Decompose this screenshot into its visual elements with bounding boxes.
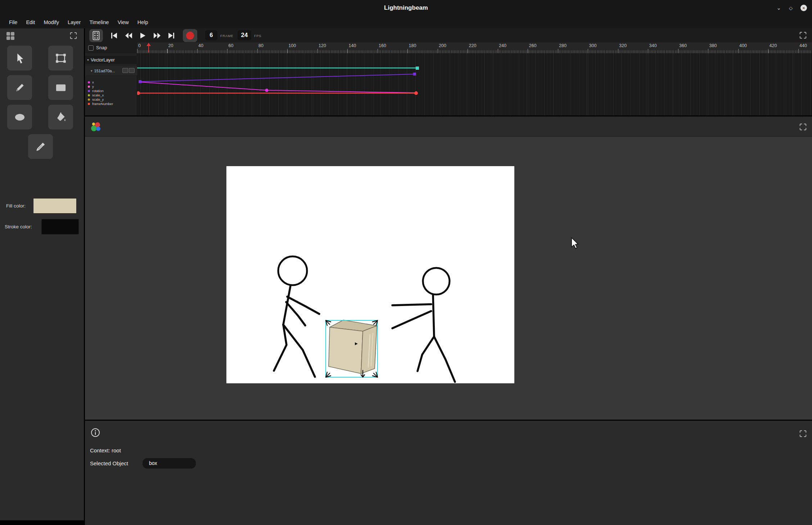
curve-purple xyxy=(140,74,415,82)
keyframe-point[interactable] xyxy=(139,80,141,83)
animation-stage[interactable] xyxy=(226,166,514,383)
playhead-line[interactable] xyxy=(148,46,149,52)
chevron-down-icon[interactable]: ▾ xyxy=(91,69,93,73)
stick-figure-right[interactable] xyxy=(392,268,455,382)
timeline-ruler[interactable]: 0 20 40 60 80 100 120 140 160 180 200 22… xyxy=(137,42,812,53)
keyframe-point[interactable] xyxy=(416,67,419,70)
sublayer-name: 151ad70a... xyxy=(94,69,115,73)
eyedropper-icon xyxy=(35,141,46,152)
property-row-scale-x[interactable]: scale_x xyxy=(85,93,137,97)
titlebar: Lightningbeam ⌄ ◇ ✕ xyxy=(0,0,812,16)
tool-panel-expand-button[interactable] xyxy=(68,31,78,41)
menu-item-edit[interactable]: Edit xyxy=(24,18,37,26)
frame-caption: FRAME xyxy=(220,34,233,38)
property-label: y xyxy=(92,85,94,89)
property-row-frame-number[interactable]: frameNumber xyxy=(85,102,137,106)
ruler-label: 300 xyxy=(589,43,597,48)
context-label: Context: root xyxy=(90,447,121,453)
property-color-dot xyxy=(88,103,90,105)
panel-grid-button[interactable] xyxy=(4,29,17,43)
window-close-icon[interactable]: ✕ xyxy=(800,5,807,11)
tool-paint-bucket-button[interactable] xyxy=(48,105,73,129)
menu-item-view[interactable]: View xyxy=(116,18,131,26)
skip-start-button[interactable] xyxy=(108,29,121,42)
property-label: x xyxy=(92,80,94,85)
info-button[interactable] xyxy=(89,426,102,439)
play-button[interactable] xyxy=(136,29,149,42)
record-icon xyxy=(186,32,194,40)
stroke-color-swatch[interactable] xyxy=(41,219,79,234)
tool-eyedropper-button[interactable] xyxy=(28,134,53,159)
rewind-button[interactable] xyxy=(122,29,135,42)
ellipse-icon xyxy=(14,112,26,123)
inspector-expand-button[interactable] xyxy=(798,429,808,439)
window-minimize-icon[interactable]: ⌄ xyxy=(776,6,781,10)
ruler-label: 120 xyxy=(319,43,326,48)
selected-object-select[interactable]: box xyxy=(143,458,196,469)
sublayer-toggle-b-button[interactable] xyxy=(129,68,135,73)
property-row-y[interactable]: y xyxy=(85,85,137,89)
skip-start-icon xyxy=(110,32,118,39)
tool-ellipse-button[interactable] xyxy=(7,105,32,129)
window-maximize-icon[interactable]: ◇ xyxy=(789,5,793,11)
timeline-expand-button[interactable] xyxy=(798,30,808,40)
fill-color-label: Fill color: xyxy=(6,203,26,209)
fast-forward-icon xyxy=(153,32,161,39)
keyframe-point[interactable] xyxy=(137,91,140,95)
transform-icon xyxy=(55,52,67,64)
keyframe-point[interactable] xyxy=(413,73,416,76)
tool-transform-button[interactable] xyxy=(48,46,73,70)
snap-label: Snap xyxy=(96,45,107,50)
box-object[interactable] xyxy=(329,320,377,374)
info-icon xyxy=(91,428,100,437)
canvas-expand-button[interactable] xyxy=(798,122,808,132)
property-color-dot xyxy=(88,90,90,92)
expand-icon xyxy=(799,31,807,39)
pencil-icon xyxy=(14,82,26,93)
skip-end-button[interactable] xyxy=(165,29,178,42)
menu-item-timeline[interactable]: Timeline xyxy=(87,18,111,26)
ruler-label: 320 xyxy=(619,43,627,48)
ruler-label: 220 xyxy=(469,43,477,48)
ruler-label: 400 xyxy=(739,43,747,48)
keyframe-point[interactable] xyxy=(265,89,269,92)
tool-rectangle-button[interactable] xyxy=(48,75,73,100)
tool-pencil-button[interactable] xyxy=(7,75,32,100)
property-label: rotation xyxy=(92,89,104,93)
playhead-marker[interactable] xyxy=(146,43,151,46)
curve-magenta xyxy=(140,82,416,93)
canvas-panel xyxy=(85,117,812,420)
play-icon xyxy=(139,32,146,39)
tool-select-button[interactable] xyxy=(7,46,32,70)
chevron-down-icon[interactable]: ▾ xyxy=(87,58,89,62)
fast-forward-button[interactable] xyxy=(150,29,163,42)
snap-checkbox[interactable] xyxy=(88,45,94,51)
sublayer-toggle-a-button[interactable] xyxy=(122,68,128,73)
animation-curves xyxy=(137,53,812,115)
menu-item-help[interactable]: Help xyxy=(135,18,150,26)
property-row-scale-y[interactable]: scale_y xyxy=(85,97,137,102)
ruler-label: 160 xyxy=(379,43,386,48)
frame-number-field[interactable]: 6 xyxy=(205,30,217,40)
property-row-x[interactable]: x xyxy=(85,80,137,85)
menu-item-modify[interactable]: Modify xyxy=(41,18,61,26)
menu-item-file[interactable]: File xyxy=(7,18,19,26)
fill-color-swatch[interactable] xyxy=(33,198,77,214)
film-strip-button[interactable] xyxy=(89,29,103,42)
expand-icon xyxy=(799,430,807,438)
stick-figure-left[interactable] xyxy=(274,256,319,377)
keyframe-point[interactable] xyxy=(414,91,418,95)
record-button[interactable] xyxy=(183,29,197,42)
property-color-dot xyxy=(88,94,90,96)
menu-item-layer[interactable]: Layer xyxy=(66,18,83,26)
ruler-label: 440 xyxy=(799,43,807,48)
property-row-rotation[interactable]: rotation xyxy=(85,89,137,93)
stroke-color-label: Stroke color: xyxy=(5,224,32,229)
property-label: frameNumber xyxy=(92,102,113,106)
ruler-label: 0 xyxy=(138,43,141,48)
fps-field[interactable]: 24 xyxy=(238,30,251,40)
timeline-panel: 6 FRAME 24 FPS Snap 0 20 40 60 80 100 12… xyxy=(85,28,812,115)
expand-icon xyxy=(69,32,77,40)
layer-row-vectorlayer[interactable]: ▾ VectorLayer xyxy=(85,56,137,64)
ruler-label: 40 xyxy=(198,43,203,48)
